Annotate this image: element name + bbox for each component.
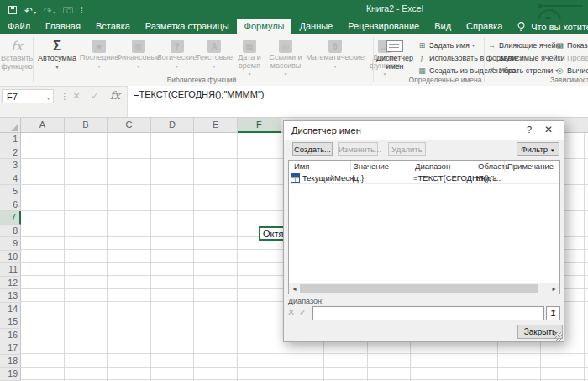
undo-icon[interactable]: ↶▾	[24, 3, 36, 18]
formula-auditing-group-label: Зависимости формул	[550, 76, 588, 84]
tab-главная[interactable]: Главная	[38, 19, 88, 34]
row-header-8[interactable]: 8	[0, 225, 21, 238]
ribbon-item-evaluate-formula[interactable]: ◎Вычислить формулу	[555, 64, 588, 77]
resize-grip[interactable]	[554, 332, 563, 341]
range-input[interactable]	[312, 306, 544, 320]
row-header-4[interactable]: 4	[0, 172, 21, 186]
camera-icon[interactable]	[63, 7, 73, 13]
ribbon-tab-bar: ФайлГлавнаяВставкаРазметка страницыФорму…	[0, 19, 588, 34]
window-title: Книга2 - Excel	[328, 3, 462, 13]
filter-button[interactable]: Фильтр ▼	[517, 142, 559, 156]
delete-button: Удалить	[388, 142, 426, 156]
scroll-right-icon[interactable]: ▸	[549, 283, 559, 294]
range-picker-icon[interactable]: ↥	[546, 306, 560, 320]
row-header-2[interactable]: 2	[0, 146, 21, 160]
save-icon[interactable]	[8, 6, 17, 14]
logical-icon: ?	[171, 40, 184, 53]
row-header-11[interactable]: 11	[0, 263, 21, 277]
name-manager-button[interactable]: Диспетчер имен	[375, 37, 414, 71]
names-column-header-1[interactable]: Значение	[350, 161, 409, 172]
insert-function-fx-icon[interactable]: fx	[110, 89, 120, 102]
dialog-close-icon[interactable]: ✕	[542, 124, 555, 135]
scrollbar-thumb[interactable]	[300, 284, 538, 293]
scroll-left-icon[interactable]: ◂	[289, 283, 300, 294]
date-time-icon: ▦	[243, 40, 256, 53]
tell-me-box[interactable]: Что вы хотите сделать?	[510, 19, 588, 34]
row-header-14[interactable]: 14	[0, 303, 21, 316]
row-header-18[interactable]: 18	[0, 355, 21, 368]
redo-icon[interactable]: ↷▾	[44, 3, 55, 18]
tab-справка[interactable]: Справка	[459, 19, 510, 34]
select-all-corner[interactable]	[0, 118, 21, 133]
row-header-13[interactable]: 13	[0, 289, 21, 303]
names-column-header-0[interactable]: Имя	[291, 161, 348, 172]
row-header-5[interactable]: 5	[0, 185, 21, 198]
column-header-C[interactable]: C	[108, 118, 151, 133]
row-header-1[interactable]: 1	[0, 133, 21, 146]
ribbon-button-label: Логические	[157, 54, 197, 62]
ribbon-item-trace-precedents[interactable]: →Влияющие ячейки	[487, 39, 565, 51]
ribbon-button-autosum[interactable]: ΣАвтосумма▾	[34, 37, 80, 70]
confirm-entry-icon: ✓	[91, 90, 99, 102]
quick-access-toolbar: ↶▾ ↷▾ ⁞	[8, 3, 83, 18]
row-header-17[interactable]: 17	[0, 341, 21, 355]
tab-рецензирование[interactable]: Рецензирование	[340, 19, 427, 34]
names-list[interactable]: ИмяЗначениеДиапазонОбластьПримечание Тек…	[288, 160, 560, 294]
row-header-19[interactable]: 19	[0, 368, 21, 381]
excel-window: ↶▾ ↷▾ ⁞ Книга2 - Excel ФайлГлавнаяВставк…	[0, 0, 588, 381]
row-header-9[interactable]: 9	[0, 237, 21, 251]
column-header-E[interactable]: E	[194, 118, 238, 133]
row-header-6[interactable]: 6	[0, 198, 21, 212]
name-row-ТекущийМесяц[interactable]: ТекущийМесяц{...}=ТЕКСТ(СЕГОДНЯ();"...Кн…	[289, 172, 559, 184]
column-header-B[interactable]: B	[65, 118, 108, 133]
dropdown-caret-icon: ▾	[97, 63, 100, 69]
column-header-D[interactable]: D	[151, 118, 195, 133]
row-header-15[interactable]: 15	[0, 315, 21, 329]
group-separator	[373, 37, 374, 82]
fx-icon: fx	[11, 39, 23, 54]
use-in-formula-icon: ƒ	[417, 54, 427, 62]
customize-qat-icon[interactable]: ⁞	[81, 6, 83, 14]
row-header-12[interactable]: 12	[0, 277, 21, 290]
ribbon-item-show-formulas[interactable]: ▤Показать формулы	[555, 39, 588, 51]
horizontal-scrollbar[interactable]: ◂ ▸	[289, 283, 559, 294]
dropdown-caret-icon: ▾	[55, 64, 58, 70]
ribbon-button-financial: ▥Финансовые▾	[118, 37, 158, 69]
dropdown-caret-icon: ▾	[213, 63, 215, 69]
ribbon-button-label: Ссылки и массивы	[266, 54, 305, 70]
row-header-10[interactable]: 10	[0, 251, 21, 264]
column-header-A[interactable]: A	[21, 118, 65, 133]
tab-файл[interactable]: Файл	[0, 19, 38, 34]
dialog-help-icon[interactable]: ?	[523, 124, 535, 135]
range-confirm-icon: ✓	[299, 307, 307, 318]
ribbon-item-label: Задать имя	[429, 41, 470, 50]
ribbon-item-trace-dependents[interactable]: →Зависимые ячейки	[487, 51, 565, 64]
row-header-16[interactable]: 16	[0, 329, 21, 342]
formula-input[interactable]: =ТЕКСТ(СЕГОДНЯ();"ММММ")	[127, 86, 588, 117]
financial-icon: ▥	[132, 40, 145, 53]
tab-вид[interactable]: Вид	[427, 19, 459, 34]
ribbon-button-label: Последние	[80, 54, 118, 62]
column-header-F[interactable]: F	[238, 118, 281, 133]
tab-вставка[interactable]: Вставка	[88, 19, 138, 34]
names-column-header-3[interactable]: Область	[475, 161, 501, 172]
dialog-title-bar[interactable]: Диспетчер имен ? ✕	[284, 121, 564, 140]
name-box-dropdown-icon[interactable]: ▾	[47, 95, 50, 101]
trace-dependents-icon: →	[487, 54, 496, 62]
title-bar: ↶▾ ↷▾ ⁞ Книга2 - Excel	[0, 0, 588, 19]
row-header-7[interactable]: 7	[0, 211, 21, 225]
ribbon-button-label: Автосумма	[38, 55, 76, 63]
row-header-3[interactable]: 3	[0, 159, 21, 172]
tab-разметка-страницы[interactable]: Разметка страницы	[138, 19, 237, 34]
names-column-header-2[interactable]: Диапазон	[412, 161, 472, 172]
formula-auditing-right-items: ▤Показать формулы✓Проверка наличия ошибо…	[555, 39, 588, 77]
ribbon-item-remove-arrows[interactable]: ✗Убрать стрелки▾	[487, 64, 565, 77]
range-cancel-icon: ✕	[287, 307, 295, 318]
tab-данные[interactable]: Данные	[291, 19, 340, 34]
tab-формулы[interactable]: Формулы	[237, 19, 292, 34]
ribbon-button-label: Математические	[306, 54, 365, 62]
ribbon-item-label: Убрать стрелки	[499, 66, 553, 75]
name-box[interactable]: F7 ▾	[2, 89, 54, 103]
create-button[interactable]: Создать...	[292, 142, 333, 156]
names-column-header-4[interactable]: Примечание	[504, 161, 558, 172]
